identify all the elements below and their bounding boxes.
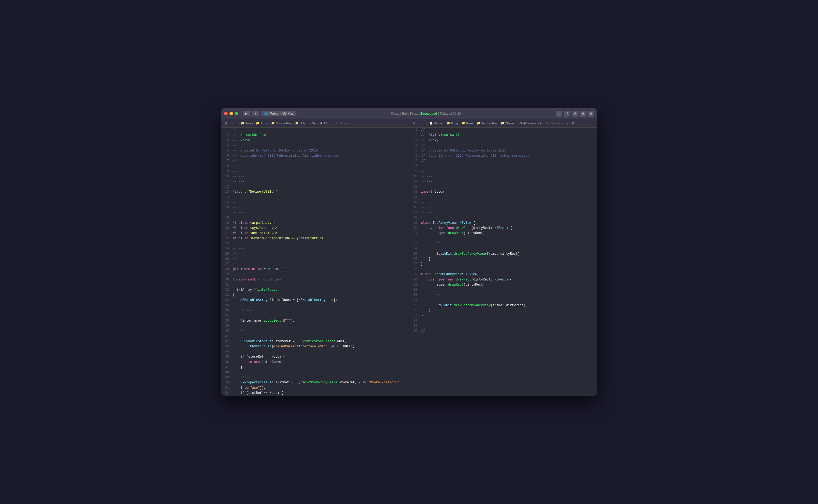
line-number: 13 bbox=[221, 189, 232, 195]
table-row: 6// Copyright (c) 2015 Websecurify. All … bbox=[409, 153, 597, 159]
split-horizontal-button[interactable]: ⇄ bbox=[572, 111, 578, 117]
line-number: 20 bbox=[409, 226, 420, 231]
table-row: 8 bbox=[409, 164, 597, 169]
line-code: StyleKit.drawBottomFancyView(frame: dirt… bbox=[420, 303, 597, 308]
table-row: 2// NetworkUtil.m bbox=[221, 133, 409, 138]
table-row: 36 // --- bbox=[221, 308, 409, 313]
table-row: 13import Cocoa bbox=[409, 189, 597, 195]
list-view-button[interactable]: ≡ bbox=[556, 111, 562, 117]
line-number: 4 bbox=[221, 143, 232, 148]
line-code: return interfaces; bbox=[232, 360, 409, 365]
tabbar-right: ⊞ ‹ › 📋 Manual › 📁 Proxy › 📁 Proxy › bbox=[409, 119, 597, 127]
table-row: 33{ bbox=[221, 293, 409, 298]
titlebar: ▶ ■ 🌐 Proxy › My Mac Proxy | Build Proxy… bbox=[221, 108, 597, 119]
line-code: // StyleViews.swift bbox=[420, 133, 597, 138]
minimize-button[interactable] bbox=[229, 112, 233, 115]
line-code: // --- bbox=[420, 329, 597, 334]
line-code: { bbox=[232, 293, 409, 298]
stop-button[interactable]: ■ bbox=[252, 111, 259, 116]
right-back-button[interactable]: ‹ bbox=[418, 121, 424, 126]
refresh-button[interactable]: ↺ bbox=[564, 111, 570, 117]
line-code: // --- bbox=[232, 205, 409, 210]
line-code: override func drawRect(dirtyRect: NSRect… bbox=[420, 226, 597, 231]
right-code-container[interactable]: 1// 2// StyleViews.swift 3// Proxy 4// 5… bbox=[409, 128, 597, 396]
split-view-button[interactable]: ⊞ bbox=[580, 111, 586, 117]
line-code: // --- bbox=[232, 200, 409, 205]
table-row: 26 } bbox=[409, 257, 597, 262]
table-row: 47 } bbox=[221, 365, 409, 370]
line-code: } bbox=[420, 308, 597, 313]
line-code: // Proxy bbox=[232, 138, 409, 143]
line-code: StyleKit.drawTopFancyView(frame: dirtyRe… bbox=[420, 251, 597, 257]
maximize-button[interactable] bbox=[235, 112, 238, 115]
line-code: // bbox=[420, 159, 597, 164]
close-tab-button[interactable]: ✕ bbox=[571, 121, 575, 125]
table-row: 48 bbox=[221, 370, 409, 375]
line-number: 35 bbox=[221, 303, 232, 308]
line-number: 25 bbox=[221, 251, 232, 257]
line-number: 25 bbox=[409, 251, 420, 257]
sep2: › bbox=[269, 122, 270, 125]
left-grid-button[interactable]: ⊞ bbox=[223, 120, 229, 127]
line-number: 26 bbox=[409, 257, 420, 262]
line-number: 24 bbox=[409, 246, 420, 251]
line-code bbox=[232, 334, 409, 339]
line-code: override func drawRect(dirtyRect: NSRect… bbox=[420, 277, 597, 282]
table-row: 3// Proxy bbox=[409, 138, 597, 143]
line-code: // bbox=[420, 128, 597, 133]
line-code bbox=[232, 323, 409, 329]
line-number: 34 bbox=[409, 298, 420, 303]
line-number: 21 bbox=[409, 231, 420, 236]
line-code: } bbox=[232, 365, 409, 370]
project-selector[interactable]: 🌐 Proxy › My Mac bbox=[261, 111, 296, 116]
breadcrumb-sourcefiles: Source Files bbox=[276, 122, 292, 125]
table-row: 6// Copyright (c) 2015 Websecurify. All … bbox=[221, 153, 409, 159]
line-number: 1 bbox=[409, 128, 420, 133]
line-code: SCDynamicStoreRef storeRef = SCDynamicSt… bbox=[232, 339, 409, 344]
table-row: 9// --- bbox=[409, 169, 597, 174]
line-number: 35 bbox=[409, 303, 420, 308]
line-number: 43 bbox=[221, 344, 232, 349]
line-code: } bbox=[420, 313, 597, 318]
table-row: 16// --- bbox=[221, 205, 409, 210]
line-code: Interface")); bbox=[232, 386, 409, 391]
layout-button[interactable]: ⊟ bbox=[588, 111, 594, 117]
left-forward-button[interactable]: › bbox=[235, 121, 241, 126]
table-row: 24// --- bbox=[221, 246, 409, 251]
line-number: 51 bbox=[221, 386, 232, 391]
breadcrumb-item-proxy1: 📁 Proxy bbox=[241, 121, 253, 125]
table-row: 27} bbox=[409, 262, 597, 267]
line-number: 11 bbox=[221, 179, 232, 184]
breadcrumb-utils: Utils bbox=[300, 122, 305, 125]
right-forward-button[interactable]: › bbox=[424, 121, 429, 126]
left-code-container[interactable]: 1// 2// NetworkUtil.m 3// Proxy 4// 5// … bbox=[221, 128, 409, 396]
add-tab-button[interactable]: + bbox=[564, 120, 570, 126]
close-button[interactable] bbox=[224, 112, 228, 115]
run-button[interactable]: ▶ bbox=[243, 111, 250, 116]
titlebar-center: Proxy | Build Proxy: Succeeded | Today a… bbox=[299, 112, 554, 116]
line-number: 22 bbox=[409, 236, 420, 241]
line-number: 39 bbox=[409, 323, 420, 329]
swift-icon: s bbox=[518, 122, 519, 125]
line-number: 2 bbox=[409, 133, 420, 138]
table-row: 14 bbox=[221, 195, 409, 200]
line-code: // --- bbox=[232, 257, 409, 262]
left-back-button[interactable]: ‹ bbox=[230, 121, 235, 126]
r-folder2: 📁 bbox=[461, 121, 465, 125]
line-number: 17 bbox=[221, 210, 232, 215]
status-time: Today at 09:28 bbox=[440, 112, 461, 116]
table-row: 21#include <netinet/in.h> bbox=[221, 231, 409, 236]
line-number: 37 bbox=[221, 313, 232, 318]
table-row: 4// bbox=[221, 143, 409, 148]
line-code: super.drawRect(dirtyRect) bbox=[420, 231, 597, 236]
table-row: 29class BottomFancyView: NSView { bbox=[409, 272, 597, 277]
table-row: 43 (CFStringRef)@"FindCurrentInterfaceIp… bbox=[221, 344, 409, 349]
line-code bbox=[420, 184, 597, 189]
line-number: 19 bbox=[409, 221, 420, 226]
right-grid-button[interactable]: ⊞ bbox=[411, 120, 417, 127]
sourcefiles-icon: 📁 bbox=[271, 121, 275, 125]
line-code: // --- bbox=[232, 174, 409, 179]
line-code: // Copyright (c) 2015 Websecurify. All r… bbox=[232, 153, 409, 159]
line-number: 10 bbox=[409, 174, 420, 179]
breadcrumb-proxy1: Proxy bbox=[245, 122, 253, 125]
